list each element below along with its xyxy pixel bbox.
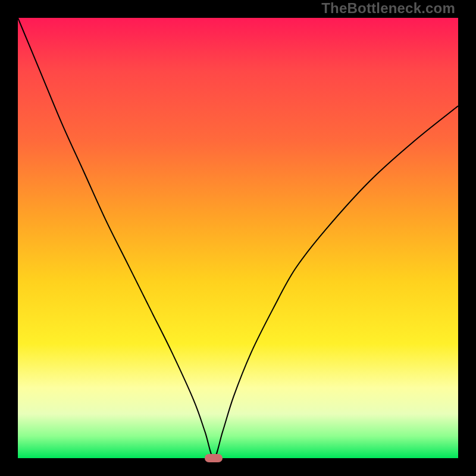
watermark: TheBottleneck.com [321, 0, 455, 17]
curve-svg [18, 18, 458, 458]
chart-frame: TheBottleneck.com [0, 0, 476, 476]
bottleneck-curve [18, 18, 458, 458]
plot-area [18, 18, 458, 458]
minimum-marker [205, 454, 223, 462]
